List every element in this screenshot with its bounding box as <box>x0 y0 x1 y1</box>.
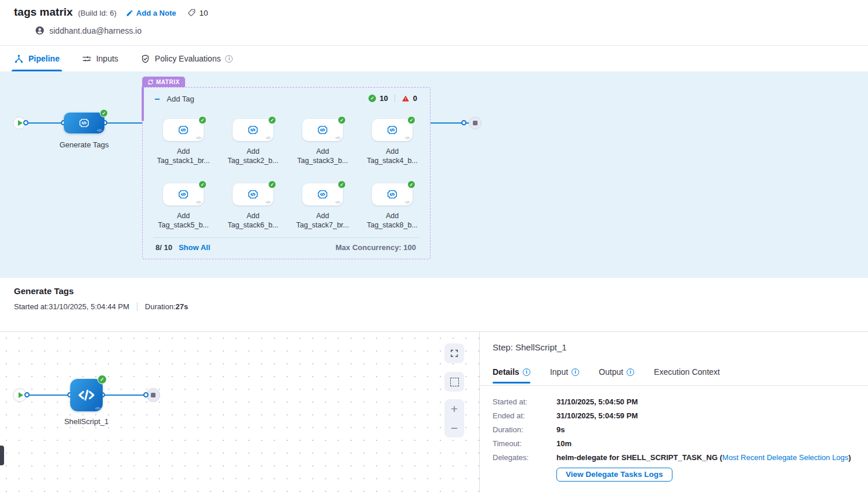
matrix-left-bar <box>142 86 144 121</box>
script-tag-icon <box>177 188 190 201</box>
build-id: (Build Id: 6) <box>78 9 116 17</box>
success-count-icon <box>368 95 376 102</box>
matrix-step-label-3: AddTag_stack3_b... <box>287 147 359 165</box>
step-graph-canvas: ShellScript_1 <box>0 332 479 492</box>
script-tag-icon <box>316 124 329 136</box>
triggered-by: siddhant.dua@harness.io <box>35 26 854 35</box>
matrix-step-node-5[interactable] <box>163 183 204 205</box>
script-tag-icon <box>386 188 399 201</box>
duration-value: 9s <box>556 425 565 434</box>
collapse-matrix-button[interactable] <box>154 96 160 103</box>
generate-tags-node[interactable] <box>64 113 104 133</box>
tab-output[interactable]: Output <box>599 367 634 384</box>
stop-icon <box>151 393 155 397</box>
matrix-step-label-1: AddTag_stack1_br... <box>147 147 219 165</box>
fullscreen-button[interactable] <box>444 343 464 363</box>
matrix-step-node-6[interactable] <box>233 183 273 205</box>
timeout-value: 10m <box>556 439 572 448</box>
zoom-controls <box>444 399 464 437</box>
matrix-step-node-2[interactable] <box>233 119 273 141</box>
tag-icon <box>187 8 197 17</box>
script-tag-icon <box>78 117 91 129</box>
success-badge-icon <box>407 180 415 189</box>
timeout-label: Timeout: <box>493 439 556 448</box>
tags-count-value: 10 <box>199 9 208 17</box>
stage-duration-label: Duration: <box>145 302 176 311</box>
success-badge-icon <box>100 109 108 117</box>
success-badge-icon <box>97 375 107 384</box>
user-avatar-icon <box>35 26 45 35</box>
execution-tabs: Pipeline Inputs Policy Evaluations <box>0 45 868 71</box>
matrix-step-node-4[interactable] <box>372 119 413 141</box>
edge-start-to-step <box>27 395 70 396</box>
matrix-step-node-1[interactable] <box>163 119 204 141</box>
delegates-value: helm-delegate for SHELL_SCRIPT_TASK_NG ( <box>556 453 722 462</box>
code-icon <box>77 385 96 405</box>
end-node <box>469 117 482 129</box>
success-badge-icon <box>407 116 415 124</box>
matrix-step-label-7: AddTag_stack7_br... <box>287 211 359 230</box>
detail-row-duration: Duration: 9s <box>493 425 854 439</box>
shield-check-icon <box>140 54 150 64</box>
fit-to-screen-button[interactable] <box>444 372 464 392</box>
script-tag-icon <box>316 188 329 201</box>
stage-summary: Generate Tags Started at: 31/10/2025, 5:… <box>0 278 868 331</box>
script-tag-icon <box>247 188 259 201</box>
add-note-label: Add a Note <box>136 9 176 17</box>
ended-at-value: 31/10/2025, 5:04:59 PM <box>556 411 638 420</box>
add-note-button[interactable]: Add a Note <box>126 9 176 17</box>
tab-input-label: Input <box>550 367 568 377</box>
delegates-label: Delegates: <box>493 453 556 462</box>
zoom-out-button[interactable] <box>444 418 464 437</box>
panel-tabs-divider <box>480 385 868 386</box>
tab-pipeline-label: Pipeline <box>28 54 60 63</box>
connector-dot <box>461 120 466 125</box>
meta-separator <box>137 302 138 311</box>
zoom-in-button[interactable] <box>444 399 464 418</box>
stage-started-value: 31/10/2025, 5:04:44 PM <box>49 302 129 311</box>
edge-start-to-node <box>26 122 64 124</box>
matrix-badge: MATRIX <box>142 77 185 87</box>
inputs-icon <box>82 54 92 64</box>
tab-execution-context[interactable]: Execution Context <box>654 367 720 384</box>
delegate-selection-logs-link[interactable]: Most Recent Delegate Selection Logs <box>722 453 849 462</box>
failure-count-icon <box>402 95 410 103</box>
stage-graph: Generate Tags MATRIX Add Tag 10 0 AddTag… <box>0 71 868 278</box>
play-icon <box>18 120 23 126</box>
matrix-step-label-8: AddTag_stack8_b... <box>356 211 428 230</box>
matrix-step-label-2: AddTag_stack2_b... <box>217 147 289 165</box>
success-badge-icon <box>268 116 276 124</box>
pencil-icon <box>126 9 133 17</box>
tab-pipeline[interactable]: Pipeline <box>14 46 60 71</box>
policy-info-icon <box>225 55 233 63</box>
console-drag-handle[interactable] <box>0 446 4 465</box>
shellscript-node[interactable] <box>70 379 103 411</box>
view-delegate-tasks-logs-button[interactable]: View Delegate Tasks Logs <box>556 468 672 482</box>
tab-execution-context-label: Execution Context <box>654 367 720 377</box>
tab-inputs[interactable]: Inputs <box>82 46 118 71</box>
output-info-icon <box>627 368 634 376</box>
connector-dot <box>24 392 30 397</box>
count-separator <box>395 94 395 103</box>
success-badge-icon <box>338 180 346 189</box>
tab-input[interactable]: Input <box>550 367 579 384</box>
matrix-step-label-4: AddTag_stack4_b... <box>356 147 428 165</box>
edge-node-to-matrix <box>104 122 142 124</box>
tab-inputs-label: Inputs <box>96 54 118 63</box>
matrix-step-label-6: AddTag_stack6_b... <box>217 211 289 230</box>
success-badge-icon <box>268 180 276 189</box>
script-tag-icon <box>177 124 190 136</box>
input-info-icon <box>572 368 579 376</box>
matrix-step-node-3[interactable] <box>302 119 343 141</box>
tab-details[interactable]: Details <box>493 367 530 384</box>
started-at-value: 31/10/2025, 5:04:50 PM <box>556 397 638 406</box>
matrix-step-node-7[interactable] <box>302 183 343 205</box>
stage-summary-title: Generate Tags <box>14 286 854 296</box>
success-badge-icon <box>338 116 346 124</box>
matrix-footer-divider <box>153 237 419 238</box>
matrix-step-node-8[interactable] <box>372 183 413 205</box>
matrix-step-label-5: AddTag_stack5_b... <box>147 211 219 230</box>
tab-policy-evaluations[interactable]: Policy Evaluations <box>140 46 233 71</box>
show-all-link[interactable]: Show All <box>179 243 210 252</box>
success-badge-icon <box>198 116 207 124</box>
